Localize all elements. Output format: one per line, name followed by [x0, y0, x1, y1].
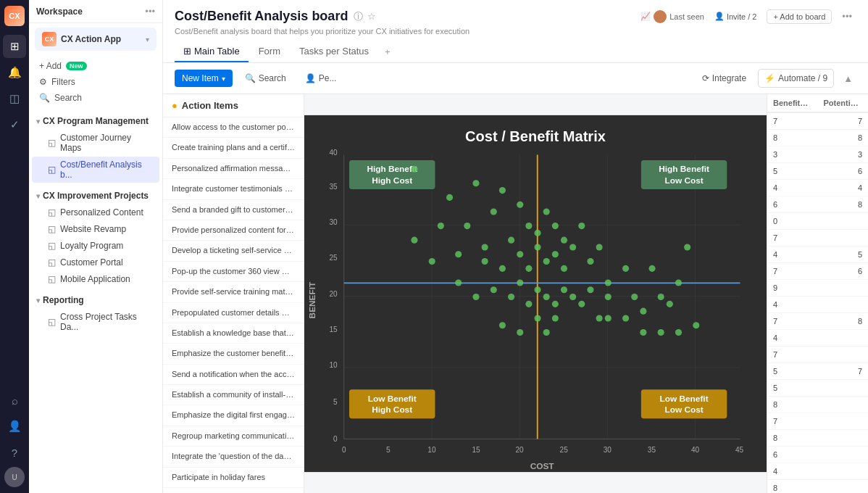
sidebar-section-header-cx-improvement[interactable]: ▾ CX Improvement Projects — [29, 188, 162, 204]
svg-point-96 — [658, 329, 664, 336]
right-panel-row: 57 — [767, 363, 868, 380]
action-item[interactable]: Emphasize the customer benefits of go... — [163, 344, 304, 364]
svg-point-81 — [569, 294, 576, 300]
main-content: Cost/Benefit Analysis board ⓘ ☆ 📈 Last s… — [163, 0, 868, 493]
sidebar-app-selector[interactable]: CX CX Action App ▾ — [35, 28, 157, 51]
header-more-menu[interactable]: ••• — [838, 9, 856, 24]
sidebar-item-customer-journey-maps[interactable]: ◱ Customer Journey Maps — [32, 130, 159, 156]
action-item[interactable]: Create training plans and a certificatio… — [163, 138, 304, 158]
info-icon[interactable]: ⓘ — [354, 10, 363, 23]
sidebar-item-customer-portal[interactable]: ◱ Customer Portal — [32, 254, 159, 270]
action-item[interactable]: Develop a ticketing self-service system … — [163, 241, 304, 261]
star-icon[interactable]: ☆ — [367, 11, 376, 22]
sidebar-search-button[interactable]: 🔍Search — [35, 90, 157, 106]
action-item[interactable]: Structure the handover process with 3d..… — [163, 488, 304, 493]
nav-bell-icon[interactable]: 🔔 — [3, 61, 26, 84]
action-item[interactable]: Emphasize the digital first engagement .… — [163, 405, 304, 426]
action-item[interactable]: Personalized affirmation message after..… — [163, 159, 304, 179]
action-item[interactable]: Provide personalized content for existin… — [163, 220, 304, 241]
right-panel-row: 8 — [767, 480, 868, 493]
svg-text:35: 35 — [648, 446, 656, 454]
action-item[interactable]: Send a branded gift to customers celeb..… — [163, 200, 304, 220]
svg-point-83 — [587, 286, 593, 293]
sidebar-section-header-reporting[interactable]: ▾ Reporting — [29, 292, 162, 308]
sidebar-filters-button[interactable]: ⚙Filters — [35, 74, 157, 90]
nav-help-icon[interactable]: ? — [3, 441, 26, 464]
nav-inbox-icon[interactable]: ◫ — [3, 87, 26, 110]
sidebar-add-button[interactable]: + Add New — [35, 58, 157, 74]
svg-text:15: 15 — [329, 326, 338, 334]
action-item[interactable]: Regroup marketing communications on... — [163, 426, 304, 447]
action-item[interactable]: Participate in holiday fares — [163, 468, 304, 488]
svg-text:High Cost: High Cost — [372, 175, 412, 186]
action-item[interactable]: Provide self-service training materials … — [163, 282, 304, 302]
app-logo[interactable]: CX — [4, 6, 25, 26]
nav-search-icon[interactable]: ⌕ — [3, 389, 26, 412]
add-to-board-button[interactable]: + Add to board — [767, 9, 832, 24]
svg-point-102 — [543, 329, 550, 336]
sidebar-actions: + Add New ⚙Filters 🔍Search — [29, 55, 162, 109]
svg-point-54 — [561, 237, 567, 244]
action-item[interactable]: Establish a community of install-base c.… — [163, 385, 304, 405]
integrate-icon: ⟳ — [702, 73, 709, 83]
person-icon: 👤 — [714, 12, 725, 21]
right-panel-row: 33 — [767, 146, 868, 163]
invite-button[interactable]: 👤 Invite / 2 — [710, 9, 761, 23]
svg-text:High Benefit: High Benefit — [367, 164, 417, 174]
sidebar-item-mobile-application[interactable]: ◱ Mobile Application — [32, 271, 159, 287]
action-item[interactable]: Integrate the 'question of the day' into… — [163, 447, 304, 467]
sidebar-item-website-revamp[interactable]: ◱ Website Revamp — [32, 221, 159, 237]
svg-text:Low Cost: Low Cost — [664, 405, 703, 415]
svg-text:30: 30 — [329, 218, 338, 226]
action-item[interactable]: Prepopulated customer details when filli… — [163, 303, 304, 323]
chevron-down-icon: ▾ — [36, 117, 40, 125]
sidebar-item-cost-benefit[interactable]: ◱ Cost/Benefit Analysis b... — [32, 157, 159, 183]
action-item[interactable]: Pop-up the customer 360 view when a... — [163, 262, 304, 282]
tab-add-button[interactable]: + — [379, 42, 396, 62]
collapse-button[interactable]: ▲ — [840, 70, 856, 88]
page-header: Cost/Benefit Analysis board ⓘ ☆ 📈 Last s… — [163, 0, 868, 63]
tab-tasks-per-status[interactable]: Tasks per Status — [291, 41, 377, 62]
tab-bar: ⊞ Main Table Form Tasks per Status + — [175, 41, 856, 62]
sidebar-item-loyalty-program[interactable]: ◱ Loyalty Program — [32, 238, 159, 254]
person-icon: 👤 — [305, 73, 316, 83]
search-button[interactable]: 🔍 Search — [238, 69, 293, 88]
tab-main-table[interactable]: ⊞ Main Table — [175, 41, 249, 62]
svg-point-55 — [578, 223, 585, 229]
right-panel-col1-header: Benefits for the cu... — [767, 94, 818, 112]
svg-point-50 — [525, 223, 532, 229]
nav-home-icon[interactable]: ⊞ — [3, 35, 26, 58]
nav-check-icon[interactable]: ✓ — [3, 113, 26, 136]
right-panel-row: 4 — [767, 330, 868, 347]
toolbar-right: ⟳ Integrate ⚡ Automate / 9 ▲ — [696, 69, 856, 88]
sidebar-item-personalized-content[interactable]: ◱ Personalized Content — [32, 204, 159, 220]
action-item[interactable]: Allow access to the customer portal w... — [163, 117, 304, 138]
action-item[interactable]: Send a notification when the account a..… — [163, 365, 304, 385]
user-avatar[interactable]: U — [4, 467, 25, 487]
chevron-down-icon-2: ▾ — [36, 192, 40, 200]
action-items-panel: ● Action Items Allow access to the custo… — [163, 94, 304, 493]
new-item-button[interactable]: New Item ▾ — [175, 70, 233, 87]
section-dot: ● — [172, 100, 178, 111]
workspace-menu[interactable]: ••• — [145, 6, 155, 17]
automate-button[interactable]: ⚡ Automate / 9 — [758, 69, 834, 88]
x-axis-label: COST — [530, 461, 555, 471]
svg-point-98 — [693, 322, 699, 328]
tab-form[interactable]: Form — [250, 41, 289, 62]
svg-point-80 — [561, 286, 567, 293]
right-panel-col2-header: Potential im... — [818, 94, 869, 112]
sidebar-item-cross-project[interactable]: ◱ Cross Project Tasks Da... — [32, 309, 159, 335]
page-icon-active: ◱ — [48, 165, 56, 175]
activity-icon: 📈 — [640, 12, 651, 21]
sidebar-section-cx-improvement: ▾ CX Improvement Projects ◱ Personalized… — [29, 188, 162, 288]
sidebar-section-header-cx-program[interactable]: ▾ CX Program Management — [29, 113, 162, 129]
integrate-button[interactable]: ⟳ Integrate — [696, 70, 752, 87]
svg-point-44 — [499, 187, 506, 194]
action-item[interactable]: Establish a knowledge base that will co.… — [163, 323, 304, 344]
svg-text:High Cost: High Cost — [372, 405, 412, 415]
person-filter-button[interactable]: 👤 Pe... — [299, 69, 343, 88]
svg-text:Low Benefit: Low Benefit — [368, 394, 417, 404]
nav-person-icon[interactable]: 👤 — [3, 415, 26, 438]
svg-point-47 — [517, 202, 523, 208]
action-item[interactable]: Integrate customer testimonials on the .… — [163, 179, 304, 199]
